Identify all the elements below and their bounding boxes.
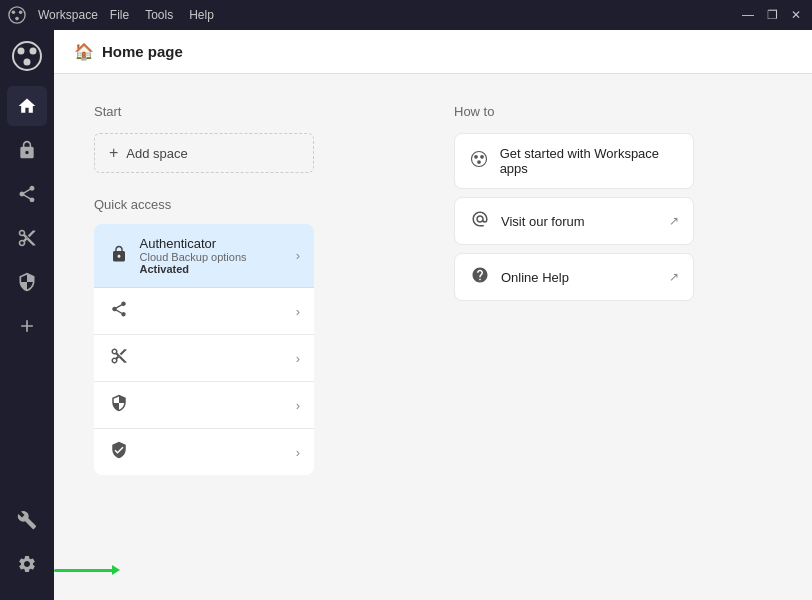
authenticator-icon — [108, 245, 130, 267]
settings-icon — [17, 554, 37, 574]
close-button[interactable]: ✕ — [788, 8, 804, 22]
app-logo-icon — [8, 6, 26, 24]
quick-item-shield2-left — [108, 441, 130, 463]
shield-icon — [17, 272, 37, 292]
workspace-apps-label: Get started with Workspace apps — [500, 146, 679, 176]
howto-item-workspace-apps[interactable]: Get started with Workspace apps — [454, 133, 694, 189]
quick-item-share[interactable]: › — [94, 288, 314, 335]
add-space-plus-icon: + — [109, 144, 118, 162]
main-content: Start + Add space Quick access — [54, 74, 812, 600]
svg-point-4 — [13, 42, 41, 70]
lock-icon — [17, 140, 37, 160]
sidebar-item-home[interactable] — [7, 86, 47, 126]
share2-icon — [108, 300, 130, 322]
howto-help-left: Online Help — [469, 266, 569, 288]
menu-bar: File Tools Help — [110, 8, 214, 22]
header-home-icon: 🏠 — [74, 42, 94, 61]
sidebar-item-shield[interactable] — [7, 262, 47, 302]
share-icon — [17, 184, 37, 204]
minimize-button[interactable]: — — [740, 8, 756, 22]
svg-point-5 — [18, 48, 25, 55]
settings-indicator — [54, 569, 114, 572]
share2-chevron-icon: › — [296, 304, 300, 319]
svg-point-6 — [30, 48, 37, 55]
shield2-icon — [108, 394, 130, 416]
sidebar — [0, 30, 54, 600]
menu-file[interactable]: File — [110, 8, 129, 22]
scissors-icon — [17, 228, 37, 248]
svg-point-3 — [15, 17, 19, 21]
howto-forum-left: Visit our forum — [469, 210, 585, 232]
svg-point-9 — [474, 155, 478, 159]
title-bar-left: Workspace File Tools Help — [8, 6, 214, 24]
sidebar-item-tools[interactable] — [7, 500, 47, 540]
workspace-icon — [469, 150, 490, 172]
header-bar: 🏠 Home page — [54, 30, 812, 74]
quick-item-scissors-left — [108, 347, 130, 369]
help-icon — [469, 266, 491, 288]
app-container: 🏠 Home page Start + Add space Quick acce… — [0, 30, 812, 600]
quick-access-list: Authenticator Cloud Backup options Activ… — [94, 224, 394, 475]
page-title: Home page — [102, 43, 183, 60]
svg-point-2 — [19, 11, 23, 15]
howto-item-help[interactable]: Online Help ↗ — [454, 253, 694, 301]
howto-workspace-left: Get started with Workspace apps — [469, 146, 679, 176]
quick-item-scissors[interactable]: › — [94, 335, 314, 382]
svg-point-7 — [24, 59, 31, 66]
howto-section-title: How to — [454, 104, 734, 119]
scissors2-chevron-icon: › — [296, 351, 300, 366]
sidebar-logo — [9, 38, 45, 74]
plus-icon — [17, 316, 37, 336]
sidebar-item-scissors[interactable] — [7, 218, 47, 258]
add-space-label: Add space — [126, 146, 187, 161]
left-column: Start + Add space Quick access — [94, 104, 394, 570]
tools-icon — [17, 510, 37, 530]
sidebar-item-share[interactable] — [7, 174, 47, 214]
shield3-icon — [108, 441, 130, 463]
app-name: Workspace — [38, 8, 98, 22]
svg-point-10 — [480, 155, 484, 159]
quick-access-title: Quick access — [94, 197, 394, 212]
menu-help[interactable]: Help — [189, 8, 214, 22]
authenticator-chevron-icon: › — [296, 248, 300, 263]
svg-point-11 — [477, 160, 481, 164]
title-bar: Workspace File Tools Help — ❐ ✕ — [0, 0, 812, 30]
authenticator-name: Authenticator — [140, 236, 296, 251]
authenticator-info: Authenticator Cloud Backup options Activ… — [140, 236, 296, 275]
start-section-title: Start — [94, 104, 394, 119]
howto-list: Get started with Workspace apps Visit ou… — [454, 133, 734, 301]
shield3-chevron-icon: › — [296, 445, 300, 460]
logo-icon — [11, 40, 43, 72]
maximize-button[interactable]: ❐ — [764, 8, 780, 22]
content-area: 🏠 Home page Start + Add space Quick acce… — [54, 30, 812, 600]
shield2-chevron-icon: › — [296, 398, 300, 413]
howto-item-forum[interactable]: Visit our forum ↗ — [454, 197, 694, 245]
quick-item-shield2[interactable]: › — [94, 429, 314, 475]
menu-tools[interactable]: Tools — [145, 8, 173, 22]
window-controls: — ❐ ✕ — [740, 8, 804, 22]
quick-item-left: Authenticator Cloud Backup options Activ… — [108, 236, 296, 275]
help-external-icon: ↗ — [669, 270, 679, 284]
svg-point-0 — [9, 7, 25, 23]
authenticator-subtitle: Cloud Backup options Activated — [140, 251, 296, 275]
forum-external-icon: ↗ — [669, 214, 679, 228]
sidebar-item-settings[interactable] — [7, 544, 47, 584]
quick-item-shield1[interactable]: › — [94, 382, 314, 429]
svg-point-1 — [12, 11, 16, 15]
forum-label: Visit our forum — [501, 214, 585, 229]
add-space-button[interactable]: + Add space — [94, 133, 314, 173]
help-label: Online Help — [501, 270, 569, 285]
sidebar-item-lock[interactable] — [7, 130, 47, 170]
home-icon — [17, 96, 37, 116]
sidebar-bottom — [7, 500, 47, 592]
quick-item-authenticator[interactable]: Authenticator Cloud Backup options Activ… — [94, 224, 314, 288]
forum-icon — [469, 210, 491, 232]
quick-item-shield1-left — [108, 394, 130, 416]
sidebar-item-add[interactable] — [7, 306, 47, 346]
right-column: How to — [454, 104, 734, 570]
scissors2-icon — [108, 347, 130, 369]
quick-item-share-left — [108, 300, 130, 322]
svg-point-8 — [472, 152, 487, 167]
